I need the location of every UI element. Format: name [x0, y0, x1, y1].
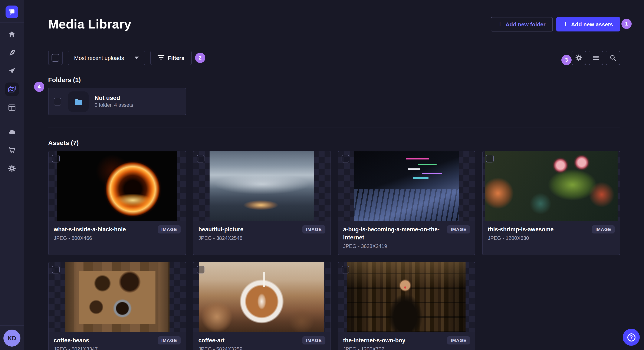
sort-dropdown[interactable]: Most recent uploads	[68, 51, 145, 65]
page-header: Media Library + Add new folder + Add new…	[48, 17, 620, 31]
asset-thumbnail	[65, 262, 170, 332]
folder-icon-container	[68, 91, 88, 112]
asset-thumbnail-area[interactable]	[338, 262, 475, 332]
asset-card[interactable]: beautiful-picture IMAGE JPEG - 3824X2548	[193, 151, 331, 255]
filter-icon	[158, 55, 164, 60]
asset-card-meta: what-s-inside-a-black-hole IMAGE JPEG - …	[48, 221, 186, 255]
asset-type-badge: IMAGE	[302, 225, 325, 233]
page-title: Media Library	[48, 17, 131, 31]
search-button[interactable]	[606, 51, 620, 65]
asset-checkbox[interactable]	[52, 266, 60, 273]
asset-name: coffee-beans	[54, 336, 89, 345]
select-all-checkbox-button[interactable]	[48, 51, 62, 65]
asset-thumbnail-area[interactable]	[338, 151, 475, 221]
tour-step-badge-4: 4	[34, 82, 44, 92]
plus-icon: +	[498, 20, 502, 27]
asset-card[interactable]: coffee-beans IMAGE JPEG - 5021X3347	[48, 262, 186, 350]
asset-type-badge: IMAGE	[447, 336, 470, 344]
tour-step-badge-1: 1	[622, 19, 632, 29]
configure-view-button[interactable]	[572, 51, 586, 65]
header-actions: + Add new folder + Add new assets	[491, 17, 620, 31]
folder-texts: Not used 0 folder, 4 assets	[94, 94, 133, 108]
sidebar-item-media-library[interactable]	[5, 82, 19, 96]
asset-card-meta: a-bug-is-becoming-a-meme-on-the-internet…	[338, 221, 475, 255]
asset-thumbnail	[485, 151, 618, 221]
add-new-folder-button[interactable]: + Add new folder	[491, 17, 553, 31]
folder-card[interactable]: Not used 0 folder, 4 assets	[48, 88, 186, 115]
gear-icon	[8, 164, 16, 173]
assets-toolbar: Most recent uploads Filters	[48, 51, 620, 65]
asset-checkbox[interactable]	[342, 266, 349, 273]
asset-card-meta: coffee-art IMAGE JPEG - 5824X3259	[193, 332, 330, 350]
asset-card-meta: coffee-beans IMAGE JPEG - 5021X3347	[48, 332, 186, 350]
cloud-icon	[8, 128, 16, 136]
asset-type-badge: IMAGE	[158, 336, 180, 344]
sidebar: KD	[0, 0, 24, 350]
gear-icon	[575, 54, 583, 62]
asset-thumbnail	[347, 262, 466, 332]
layout-icon	[8, 103, 16, 112]
sort-dropdown-value: Most recent uploads	[74, 55, 124, 61]
asset-card[interactable]: a-bug-is-becoming-a-meme-on-the-internet…	[338, 151, 476, 255]
asset-card[interactable]: the-internet-s-own-boy IMAGE JPEG - 1200…	[338, 262, 476, 350]
asset-type-badge: IMAGE	[447, 225, 470, 233]
sidebar-item-marketplace[interactable]	[5, 143, 19, 157]
asset-type-badge: IMAGE	[302, 336, 325, 344]
sidebar-item-deploy[interactable]	[5, 125, 19, 139]
asset-checkbox[interactable]	[486, 155, 494, 163]
asset-meta: JPEG - 1200X707	[343, 346, 470, 350]
sidebar-bottom-divider	[0, 325, 24, 326]
asset-thumbnail	[57, 151, 177, 221]
asset-thumbnail-area[interactable]	[48, 262, 186, 332]
pen-icon	[8, 48, 16, 57]
asset-card-meta: this-shrimp-is-awesome IMAGE JPEG - 1200…	[483, 221, 620, 255]
asset-type-badge: IMAGE	[592, 225, 614, 233]
asset-thumbnail-area[interactable]	[193, 151, 330, 221]
sidebar-item-settings[interactable]	[5, 162, 19, 175]
asset-thumbnail	[199, 262, 324, 332]
help-fab-button[interactable]: ?	[623, 329, 640, 346]
asset-name: the-internet-s-own-boy	[343, 336, 406, 345]
sidebar-nav	[0, 22, 24, 175]
asset-checkbox[interactable]	[197, 266, 204, 273]
asset-meta: JPEG - 5021X3347	[54, 346, 180, 350]
sidebar-bottom: KD	[0, 325, 24, 350]
asset-checkbox[interactable]	[342, 155, 349, 163]
strapi-logo-icon[interactable]	[6, 5, 18, 18]
asset-thumbnail-area[interactable]	[193, 262, 330, 332]
list-icon	[592, 54, 600, 62]
asset-meta: JPEG - 800X466	[54, 235, 180, 242]
app-viewport: KD Media Library + Add new folder + Add …	[0, 0, 644, 350]
asset-thumbnail-area[interactable]	[48, 151, 186, 221]
asset-card[interactable]: what-s-inside-a-black-hole IMAGE JPEG - …	[48, 151, 186, 255]
asset-card-meta: the-internet-s-own-boy IMAGE JPEG - 1200…	[338, 332, 475, 350]
asset-meta: JPEG - 3628X2419	[343, 243, 470, 250]
main-content: Media Library + Add new folder + Add new…	[24, 0, 644, 350]
asset-thumbnail	[354, 151, 459, 221]
sidebar-item-releases[interactable]	[5, 64, 19, 78]
folder-icon	[73, 96, 84, 107]
asset-checkbox[interactable]	[197, 155, 204, 163]
asset-card[interactable]: this-shrimp-is-awesome IMAGE JPEG - 1200…	[482, 151, 620, 255]
cart-icon	[8, 146, 16, 154]
asset-card[interactable]: coffee-art IMAGE JPEG - 5824X3259	[193, 262, 331, 350]
sidebar-item-home[interactable]	[5, 28, 19, 41]
asset-checkbox[interactable]	[52, 155, 60, 163]
home-icon	[8, 30, 16, 39]
select-all-checkbox[interactable]	[52, 54, 59, 62]
user-avatar[interactable]: KD	[4, 330, 20, 347]
toolbar-view-controls	[572, 51, 620, 65]
asset-type-badge: IMAGE	[158, 225, 180, 233]
asset-card-meta: beautiful-picture IMAGE JPEG - 3824X2548	[193, 221, 330, 255]
sidebar-item-content[interactable]	[5, 46, 19, 59]
folder-checkbox[interactable]	[54, 98, 61, 105]
folders-heading: Folders (1)	[48, 76, 620, 84]
tour-step-badge-3: 3	[561, 55, 572, 65]
list-view-button[interactable]	[589, 51, 603, 65]
section-divider	[48, 128, 620, 128]
asset-thumbnail-area[interactable]	[483, 151, 620, 221]
sidebar-item-content-type-builder[interactable]	[5, 101, 19, 114]
add-new-assets-button[interactable]: + Add new assets	[556, 17, 620, 31]
filters-button[interactable]: Filters	[150, 51, 192, 65]
chevron-down-icon	[134, 57, 139, 59]
